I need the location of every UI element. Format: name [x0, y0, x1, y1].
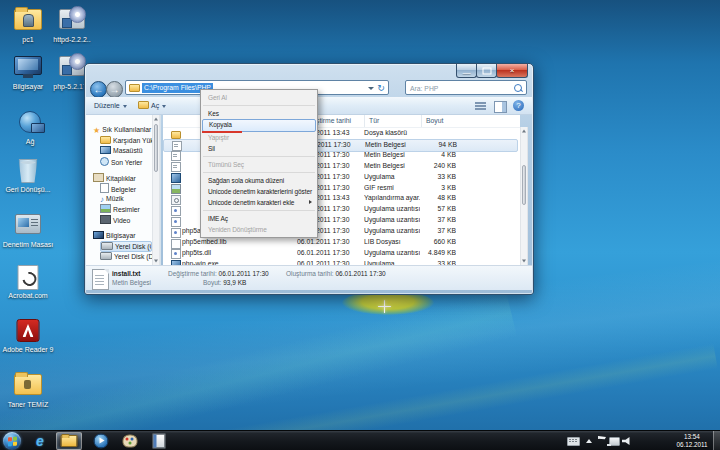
disk-icon — [101, 242, 113, 250]
sidebar-item-label: Kitaplıklar — [106, 175, 136, 182]
cell-name: php5ts.dll — [182, 248, 294, 259]
desktop-icon-label: httpd-2.2.2.. — [46, 36, 98, 44]
column-header-t-r[interactable]: Tür — [364, 115, 379, 127]
menu-separator — [203, 172, 315, 173]
scroll-down-arrow[interactable] — [521, 257, 527, 265]
volume-icon[interactable] — [622, 437, 632, 445]
sidebar-item-video[interactable]: Video — [100, 215, 152, 226]
video-icon — [100, 215, 111, 224]
taskbar-button-paint[interactable] — [117, 432, 143, 450]
cell-size: 4.849 KB — [403, 248, 456, 259]
details-size: Boyut: 93,9 KB — [203, 279, 246, 286]
desktop-icon-httpd-2-2-2[interactable]: httpd-2.2.2.. — [50, 8, 94, 54]
back-button[interactable]: ← — [90, 81, 107, 98]
desktop-icon-label: Denetim Masası — [2, 241, 54, 249]
scrollbar-thumb[interactable] — [522, 165, 526, 205]
windows-explorer-icon — [61, 435, 78, 447]
sidebar-item-label: Yerel Disk (D:) — [114, 253, 152, 260]
desktop-icon-bilgisayar[interactable]: Bilgisayar — [6, 55, 50, 101]
star-icon: ★ — [93, 126, 100, 136]
media-player-icon — [94, 434, 109, 449]
sidebar-item-yerel-disk-d[interactable]: Yerel Disk (D:) — [100, 252, 152, 263]
taskbar-button-journal[interactable] — [146, 432, 172, 450]
cell-date: 06.01.2011 17:30 — [297, 237, 361, 248]
sidebar-item-bilgisayar[interactable]: Bilgisayar — [90, 231, 152, 242]
caption-buttons: — × — [457, 64, 528, 77]
desktop-icon-adobe-reader-9[interactable]: Adobe Reader 9 — [6, 318, 50, 364]
file-row-php5ts-dll[interactable]: php5ts.dll06.01.2011 17:30Uygulama uzant… — [163, 248, 518, 259]
maximize-button[interactable] — [476, 64, 497, 78]
sidebar-item-kar-dan-y-klem[interactable]: Karşıdan Yüklem — [100, 136, 152, 147]
context-menu: Geri AlKesKopyalaYapıştırSilTümünü SeçSa… — [200, 89, 318, 238]
start-button[interactable] — [3, 432, 21, 450]
open-button[interactable]: Aç — [134, 100, 170, 112]
menu-item-unicode-denetim-karakterlerini-g-ster[interactable]: Unicode denetim karakterlerini göster — [201, 186, 317, 197]
forward-button[interactable]: → — [106, 81, 123, 98]
desktop-icon-label: Adobe Reader 9 — [2, 346, 54, 354]
show-hidden-icons-icon[interactable] — [586, 439, 592, 443]
taskbar-button-windows-explorer[interactable] — [56, 432, 82, 450]
menu-item-kes[interactable]: Kes — [201, 108, 317, 119]
views-button[interactable] — [475, 101, 487, 111]
taskbar-clock[interactable]: 13:54 06.12.2011 — [672, 433, 712, 449]
taskbar-button-internet-explorer[interactable]: e — [27, 432, 53, 450]
network-icon[interactable] — [609, 437, 620, 446]
details-file-name: install.txt — [112, 270, 141, 277]
installer-icon — [59, 56, 85, 76]
desktop-icon-label: Acrobat.com — [2, 292, 54, 300]
menu-item-sil[interactable]: Sil — [201, 143, 317, 154]
chevron-down-icon[interactable] — [368, 87, 374, 90]
cell-size: 4 KB — [403, 150, 456, 161]
help-icon[interactable]: ? — [513, 100, 524, 111]
scroll-up-arrow[interactable] — [521, 127, 527, 135]
show-desktop-button[interactable] — [713, 431, 720, 450]
desktop-icon-denetim-masas[interactable]: Denetim Masası — [6, 213, 50, 259]
desktop-icon-a[interactable]: Ağ — [8, 110, 52, 156]
nav-scrollbar[interactable] — [152, 115, 160, 265]
sidebar-item-kitapl-klar[interactable]: Kitaplıklar — [90, 173, 152, 184]
search-input[interactable]: Ara: PHP — [405, 80, 527, 95]
action-center-flag-icon[interactable] — [598, 436, 606, 442]
list-scrollbar[interactable] — [520, 127, 528, 265]
menu-item-unicode-denetim-karakteri-ekle[interactable]: Unicode denetim karakteri ekle — [201, 197, 317, 208]
preview-pane-button[interactable] — [494, 101, 507, 113]
sidebar-item-son-yerler[interactable]: Son Yerler — [100, 157, 152, 168]
scrollbar-thumb[interactable] — [154, 124, 158, 172]
scroll-down-arrow[interactable] — [153, 257, 159, 265]
keyboard-icon[interactable] — [567, 437, 580, 446]
doc-icon — [100, 183, 109, 193]
desktop-icon-acrobat-com[interactable]: Acrobat.com — [6, 264, 50, 310]
sidebar-item-label: Son Yerler — [111, 159, 142, 166]
column-header-boyut[interactable]: Boyut — [421, 115, 443, 127]
cell-date: 06.01.2011 17:30 — [297, 248, 361, 259]
sidebar-item-label: Müzik — [106, 195, 124, 202]
cell-name: php5embed.lib — [182, 237, 294, 248]
menu-item-sa-dan-sola-okuma-d-zeni[interactable]: Sağdan sola okuma düzeni — [201, 175, 317, 186]
cell-size: 48 KB — [403, 193, 456, 204]
minimize-button[interactable]: — — [456, 64, 477, 78]
scroll-up-arrow[interactable] — [153, 115, 159, 123]
menu-item-t-m-n-se: Tümünü Seç — [201, 159, 317, 170]
desktop-icon-pc1[interactable]: pc1 — [6, 8, 50, 54]
sidebar-item-masa-st[interactable]: Masaüstü — [100, 146, 152, 157]
sidebar-item-s-k-kullan-lanlar[interactable]: ★Sık Kullanılanlar — [90, 125, 152, 136]
file-row-php5embed-lib[interactable]: php5embed.lib06.01.2011 17:30LIB Dosyası… — [163, 237, 518, 248]
menu-item-ime-a[interactable]: IME Aç — [201, 213, 317, 224]
sidebar-item-resimler[interactable]: Resimler — [100, 204, 152, 215]
menu-separator — [203, 156, 315, 157]
desktop-icon-taner-temi-z[interactable]: Taner TEMİZ — [6, 373, 50, 419]
cell-size: 37 KB — [403, 215, 456, 226]
sidebar-item-yerel-disk-c[interactable]: Yerel Disk (C:) — [100, 241, 152, 252]
sidebar-item-label: Resimler — [113, 206, 140, 213]
sidebar-item-m-zik[interactable]: ♪Müzik — [100, 194, 152, 205]
cell-size: 37 KB — [403, 226, 456, 237]
refresh-icon[interactable]: ↻ — [375, 82, 387, 94]
sidebar-item-belgeler[interactable]: Belgeler — [100, 183, 152, 194]
lib-icon — [93, 173, 104, 182]
taskbar-button-media-player[interactable] — [88, 432, 114, 450]
close-button[interactable]: × — [496, 64, 528, 78]
desktop-icon-geri-d-n[interactable]: Geri Dönüşü... — [6, 158, 50, 204]
folder-icon — [138, 101, 149, 109]
control-panel-icon — [15, 214, 41, 234]
organize-button[interactable]: Düzenle — [90, 100, 131, 112]
